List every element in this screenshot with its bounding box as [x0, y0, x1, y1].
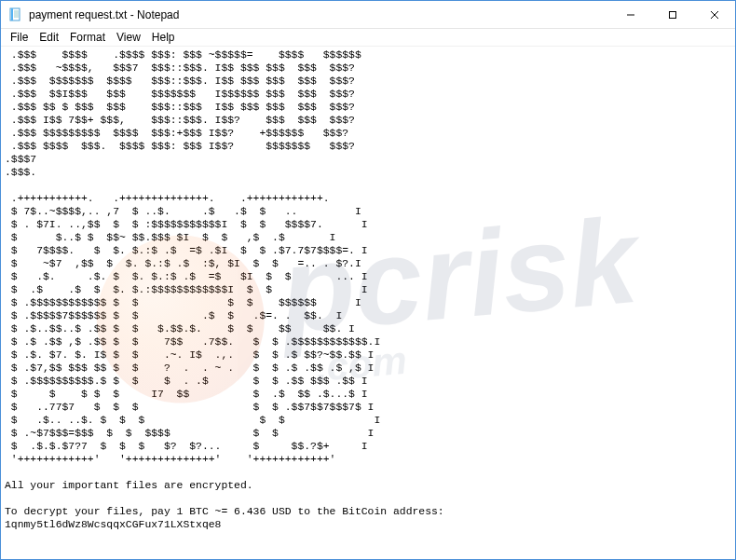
editor-area[interactable]: pcrisk .com .$$$ $$$$ .$$$$ $$$: $$$ ~$$…: [1, 47, 735, 559]
menu-format[interactable]: Format: [64, 30, 111, 45]
svg-rect-1: [11, 8, 13, 20]
maximize-button[interactable]: [651, 1, 693, 29]
document-body[interactable]: .$$$ $$$$ .$$$$ $$$: $$$ ~$$$$$= $$$$ $$…: [5, 48, 731, 531]
svg-rect-7: [669, 12, 675, 19]
minimize-button[interactable]: [609, 1, 651, 29]
menu-help[interactable]: Help: [146, 30, 181, 45]
window-title: payment request.txt - Notepad: [29, 8, 609, 21]
titlebar[interactable]: payment request.txt - Notepad: [1, 1, 735, 29]
menu-file[interactable]: File: [5, 30, 34, 45]
menu-view[interactable]: View: [111, 30, 146, 45]
menubar: File Edit Format View Help: [1, 29, 735, 47]
notepad-icon: [8, 7, 23, 22]
menu-edit[interactable]: Edit: [34, 30, 64, 45]
notepad-window: payment request.txt - Notepad File Edit …: [0, 0, 736, 560]
window-controls: [609, 1, 735, 28]
close-button[interactable]: [693, 1, 735, 29]
